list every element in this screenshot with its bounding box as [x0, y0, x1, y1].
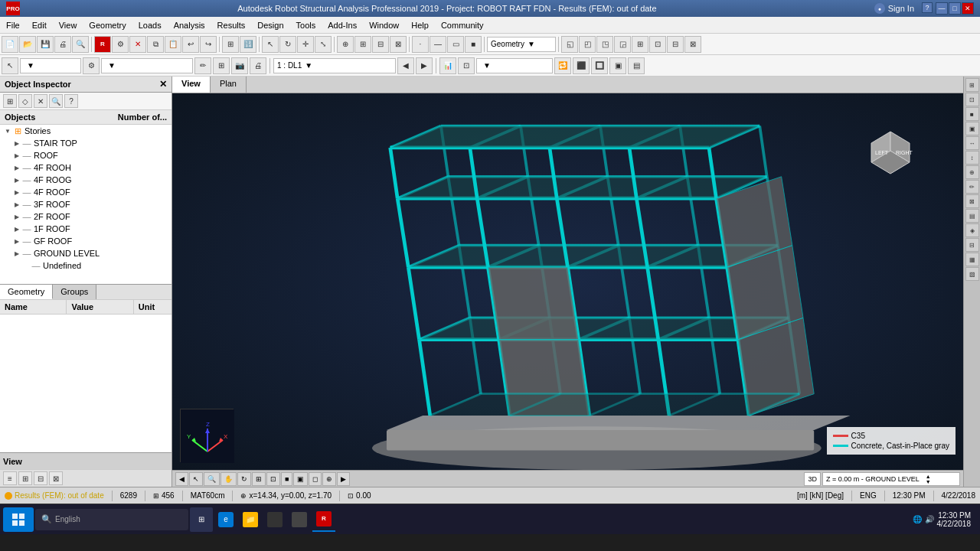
tb-new[interactable]: 📄: [2, 36, 18, 53]
tree-item-groundlevel[interactable]: ▶ — GROUND LEVEL: [0, 247, 172, 259]
vc-hide[interactable]: ◻: [309, 472, 322, 486]
expand-stories[interactable]: ▼: [3, 126, 12, 135]
tb-save[interactable]: 💾: [37, 36, 54, 53]
tree-item-3froof[interactable]: ▶ — 3F ROOF: [0, 198, 172, 210]
tb-view3[interactable]: ◳: [596, 36, 613, 53]
menu-edit[interactable]: Edit: [26, 17, 53, 33]
menu-design[interactable]: Design: [251, 17, 289, 33]
tb-select[interactable]: ↖: [262, 36, 279, 53]
tree-item-gfroof[interactable]: ▶ — GF ROOF: [0, 235, 172, 247]
expand-gfroof[interactable]: ▶: [12, 236, 21, 246]
tb-node[interactable]: ·: [412, 36, 429, 53]
tree-item-roof[interactable]: ▶ — ROOF: [0, 149, 172, 161]
lb-icon3[interactable]: ⊟: [34, 471, 47, 485]
tb-snap3[interactable]: ⊟: [372, 36, 389, 53]
tb2-icon9[interactable]: 🔲: [591, 57, 608, 74]
tb-table[interactable]: ⊞: [222, 36, 239, 53]
insp-select-all[interactable]: ⊞: [3, 94, 17, 108]
tb2-load-prev[interactable]: ◀: [397, 57, 414, 74]
tb-view7[interactable]: ⊟: [667, 36, 684, 53]
tb-calc[interactable]: 🔢: [240, 36, 256, 53]
tb-view2[interactable]: ◰: [579, 36, 596, 53]
vc-fit[interactable]: ⊞: [252, 472, 266, 486]
tb-btn5[interactable]: 🔍: [72, 36, 89, 53]
taskbar-search[interactable]: 🔍 English: [35, 509, 188, 530]
tb-view1[interactable]: ◱: [561, 36, 578, 53]
restore-button[interactable]: □: [949, 2, 961, 15]
tb-bar[interactable]: —: [430, 36, 446, 53]
rs-btn3[interactable]: ■: [965, 107, 979, 121]
tb-snap4[interactable]: ⊠: [390, 36, 407, 53]
load-case-select[interactable]: 1 : DL1 ▼: [273, 58, 396, 73]
taskbar-task-view[interactable]: ⊞: [190, 507, 213, 532]
tree-item-undefined[interactable]: — Undefined: [0, 259, 172, 272]
vc-solid[interactable]: ■: [281, 472, 292, 486]
expand-4froof[interactable]: ▶: [12, 187, 21, 197]
tb-undo[interactable]: ↩: [182, 36, 199, 53]
menu-geometry[interactable]: Geometry: [83, 17, 132, 33]
tb2-icon5[interactable]: ⊡: [458, 57, 475, 74]
tb-snap1[interactable]: ⊕: [337, 36, 354, 53]
level-up[interactable]: ▲: [926, 474, 931, 479]
tb-print[interactable]: 🖨: [54, 36, 71, 53]
menu-window[interactable]: Window: [363, 17, 405, 33]
expand-4froog[interactable]: ▶: [12, 175, 21, 184]
rs-btn12[interactable]: ⊟: [965, 238, 979, 252]
mode-3d[interactable]: 3D: [804, 472, 821, 486]
tb2-icon11[interactable]: ▤: [628, 57, 645, 74]
inspector-close[interactable]: ✕: [159, 79, 167, 90]
lb-icon2[interactable]: ⊞: [18, 471, 32, 485]
tb-redo[interactable]: ↪: [200, 36, 217, 53]
rs-btn9[interactable]: ⊠: [965, 194, 979, 208]
tree-item-4frooh[interactable]: ▶ — 4F ROOH: [0, 161, 172, 174]
tab-geometry[interactable]: Geometry: [0, 285, 53, 299]
tb2-load-next[interactable]: ▶: [416, 57, 433, 74]
tree-item-1froof[interactable]: ▶ — 1F ROOF: [0, 223, 172, 235]
vc-pan[interactable]: ✋: [220, 472, 237, 486]
subtype-select[interactable]: ▼: [101, 58, 193, 73]
help-icon[interactable]: ?: [922, 2, 933, 13]
taskbar-explorer[interactable]: 📁: [239, 507, 262, 532]
rs-btn10[interactable]: ▤: [965, 209, 979, 223]
tb2-icon2[interactable]: ⊞: [213, 57, 230, 74]
rs-btn6[interactable]: ↕: [965, 151, 979, 165]
expand-groundlevel[interactable]: ▶: [12, 249, 21, 258]
menu-file[interactable]: File: [0, 17, 26, 33]
tree-item-4froog[interactable]: ▶ — 4F ROOG: [0, 174, 172, 186]
geometry-dropdown[interactable]: Geometry ▼: [487, 37, 556, 52]
vc-rot[interactable]: ↻: [237, 472, 251, 486]
entity-select[interactable]: ▼: [20, 58, 81, 73]
tb-btn7[interactable]: ⚙: [112, 36, 129, 53]
menu-results[interactable]: Results: [211, 17, 252, 33]
rs-btn1[interactable]: ⊞: [965, 78, 979, 92]
level-arrows[interactable]: ▲ ▼: [926, 474, 931, 484]
viewport[interactable]: LEFT RIGHT: [172, 93, 963, 470]
tb-solid[interactable]: ■: [465, 36, 482, 53]
menu-addins[interactable]: Add-Ins: [322, 17, 363, 33]
tb-delete[interactable]: ✕: [129, 36, 146, 53]
tb-rotate[interactable]: ↻: [279, 36, 296, 53]
expand-1froof[interactable]: ▶: [12, 224, 21, 233]
tb2-camera[interactable]: 📷: [231, 57, 248, 74]
display-options[interactable]: ▼: [476, 58, 553, 73]
insp-deselect[interactable]: ◇: [18, 94, 32, 108]
menu-community[interactable]: Community: [435, 17, 490, 33]
start-button[interactable]: [3, 507, 34, 532]
tb-scale[interactable]: ⤡: [315, 36, 332, 53]
expand-roof[interactable]: ▶: [12, 151, 21, 160]
expand-stairtop[interactable]: ▶: [12, 139, 21, 148]
tb-snap2[interactable]: ⊞: [354, 36, 371, 53]
tb2-icon8[interactable]: ⬛: [573, 57, 590, 74]
rs-btn8[interactable]: ✏: [965, 180, 979, 194]
tb2-tool[interactable]: ⚙: [83, 57, 100, 74]
tree-item-2froof[interactable]: ▶ — 2F ROOF: [0, 210, 172, 223]
menu-view[interactable]: View: [53, 17, 83, 33]
vc-section[interactable]: ⊕: [322, 472, 336, 486]
taskbar-robot[interactable]: R: [312, 507, 335, 532]
tb2-icon10[interactable]: ▣: [609, 57, 626, 74]
taskbar-app1[interactable]: [263, 507, 286, 532]
tree-item-4froof[interactable]: ▶ — 4F ROOF: [0, 186, 172, 198]
tb2-disp[interactable]: 📊: [439, 57, 456, 74]
tab-groups[interactable]: Groups: [53, 285, 96, 299]
taskbar-edge[interactable]: e: [214, 507, 237, 532]
